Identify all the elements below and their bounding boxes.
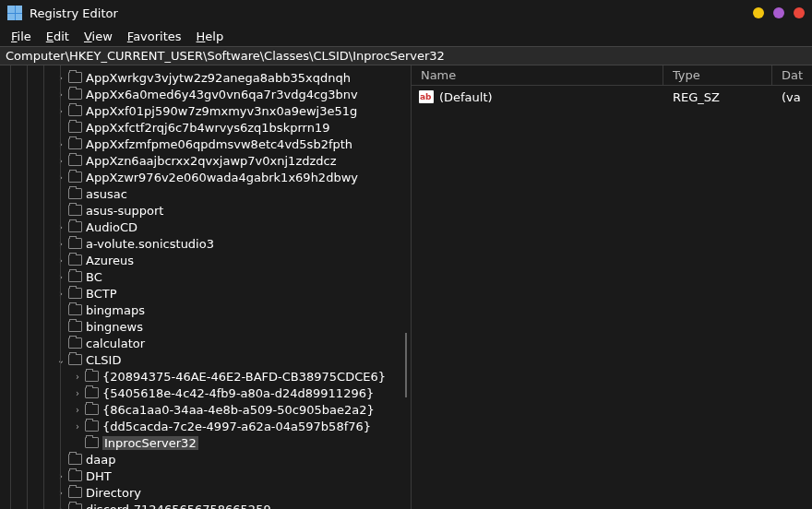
tree-item[interactable]: ›AppXxf01pj590w7z9mxmyv3nx0a9ewj3e51g [0,102,411,119]
tree-item[interactable]: asusac [0,185,411,202]
chevron-right-icon[interactable]: › [55,488,66,498]
tree-item[interactable]: AppXxfctf2rqj6c7b4wrvys6zq1bskprrn19 [0,119,411,136]
folder-icon [68,105,82,116]
chevron-right-icon[interactable]: › [55,139,66,149]
tree-item-label: AppXx6a0med6y43gv0vn6qa7r3vdg4cg3bnv [86,88,358,101]
chevron-right-icon[interactable]: › [55,73,66,83]
address-bar[interactable]: Computer\HKEY_CURRENT_USER\Software\Clas… [0,46,812,65]
menu-file[interactable]: File [6,28,37,45]
tree-item[interactable]: ›DHT [0,468,411,484]
tree-item[interactable]: ›Azureus [0,252,411,268]
tree[interactable]: ›AppXwrkgv3vjytw2z92anega8abb35xqdnqh›Ap… [0,65,411,509]
minimize-icon[interactable] [753,7,764,18]
folder-icon [68,72,82,83]
menu-view[interactable]: View [78,28,118,45]
tree-item[interactable]: ›{5405618e-4c42-4fb9-a80a-d24d89911296} [0,385,411,401]
chevron-right-icon[interactable]: › [72,421,83,432]
chevron-right-icon[interactable]: › [55,471,66,481]
tree-item[interactable]: daap [0,451,411,468]
tree-item[interactable]: bingnews [0,318,411,335]
tree-item[interactable]: ›BC [0,268,411,285]
folder-icon [68,138,82,149]
list-row[interactable]: ab(Default)REG_SZ(va [412,88,812,106]
tree-item[interactable]: ›{20894375-46AE-46E2-BAFD-CB38975CDCE6} [0,368,411,385]
chevron-right-icon[interactable]: › [55,89,66,100]
folder-icon [68,470,82,481]
tree-pane: ›AppXwrkgv3vjytw2z92anega8abb35xqdnqh›Ap… [0,65,412,509]
tree-item[interactable]: ›AppXwrkgv3vjytw2z92anega8abb35xqdnqh [0,69,411,86]
tree-item-label: BC [86,270,102,284]
folder-icon [68,238,82,249]
tree-item-label: bingmaps [86,303,145,317]
tree-item-label: {5405618e-4c42-4fb9-a80a-d24d89911296} [102,386,374,400]
col-data[interactable]: Dat [772,65,812,85]
tree-item-label: asus-support [86,204,163,218]
tree-item[interactable]: ›discord-712465656758665259 [0,501,411,509]
chevron-right-icon[interactable]: › [55,172,66,183]
tree-item-label: calculator [86,337,145,350]
tree-item[interactable]: ›Directory [0,484,411,501]
chevron-right-icon[interactable]: › [72,405,83,415]
tree-item-label: AppXxf01pj590w7z9mxmyv3nx0a9ewj3e51g [86,104,357,118]
chevron-right-icon[interactable]: › [55,504,66,510]
tree-item[interactable]: ›{86ca1aa0-34aa-4e8b-a509-50c905bae2a2} [0,401,411,418]
col-type[interactable]: Type [663,65,772,85]
tree-item[interactable]: ⌄CLSID [0,351,411,368]
chevron-right-icon[interactable]: › [55,272,66,282]
col-name[interactable]: Name [412,65,663,85]
tree-item-label: {86ca1aa0-34aa-4e8b-a509-50c905bae2a2} [102,403,375,417]
tree-item-label: {20894375-46AE-46E2-BAFD-CB38975CDCE6} [102,370,386,384]
value-name-cell: ab(Default) [412,90,663,104]
tree-item[interactable]: ›AppXx6a0med6y43gv0vn6qa7r3vdg4cg3bnv [0,86,411,102]
chevron-right-icon[interactable]: › [55,106,66,116]
chevron-right-icon[interactable]: › [72,388,83,398]
chevron-right-icon[interactable]: › [55,289,66,299]
tree-item[interactable]: ›AudioCD [0,219,411,235]
folder-icon [68,254,82,266]
scrollbar[interactable] [405,333,407,397]
tree-item-label: daap [86,453,115,467]
folder-icon [68,503,82,509]
menu-favorites[interactable]: Favorites [122,28,187,45]
folder-icon [68,487,82,498]
tree-item[interactable]: asus-support [0,202,411,219]
tree-item[interactable]: ›AppXxfzmfpme06qpdmsvw8etc4vd5sb2fpth [0,136,411,152]
tree-item[interactable]: InprocServer32 [0,434,411,451]
chevron-right-icon[interactable]: › [55,222,66,232]
tree-item[interactable]: ›a-volute.sonicstudio3 [0,235,411,252]
list-pane: Name Type Dat ab(Default)REG_SZ(va [412,65,812,509]
chevron-right-icon[interactable]: › [72,372,83,382]
chevron-right-icon[interactable]: › [55,156,66,166]
tree-item-label: Azureus [86,254,134,267]
tree-item[interactable]: bingmaps [0,302,411,318]
tree-item-label: DHT [86,469,112,483]
tree-item[interactable]: calculator [0,335,411,351]
folder-icon [68,188,82,199]
list-body: ab(Default)REG_SZ(va [412,86,812,106]
tree-item-label: AppXzn6aajbcrxx2qvxjawp7v0xnj1zdzdcz [86,154,337,168]
menu-help[interactable]: Help [191,28,230,45]
value-type: REG_SZ [663,90,772,104]
folder-icon [68,89,82,100]
folder-icon [68,454,82,465]
tree-item-label: AudioCD [86,220,137,234]
tree-item[interactable]: ›AppXzwr976v2e060wada4gabrk1x69h2dbwy [0,169,411,185]
tree-guide-line [10,65,11,509]
tree-item[interactable]: ›AppXzn6aajbcrxx2qvxjawp7v0xnj1zdzdcz [0,152,411,169]
tree-item[interactable]: ›{dd5cacda-7c2e-4997-a62a-04a597b58f76} [0,418,411,434]
folder-icon [85,371,99,382]
folder-icon [68,337,82,349]
tree-item[interactable]: ›BCTP [0,285,411,302]
chevron-right-icon[interactable]: › [55,239,66,249]
tree-item-label: AppXxfzmfpme06qpdmsvw8etc4vd5sb2fpth [86,137,352,151]
menu-edit[interactable]: Edit [41,28,75,45]
list-header: Name Type Dat [412,65,812,86]
chevron-right-icon[interactable]: › [55,255,66,266]
chevron-down-icon[interactable]: ⌄ [55,355,66,365]
tree-item-label: a-volute.sonicstudio3 [86,237,214,251]
tree-item-label: Directory [86,486,141,500]
close-icon[interactable] [794,7,805,18]
maximize-icon[interactable] [773,7,784,18]
folder-icon [85,387,99,398]
folder-icon [85,404,99,415]
